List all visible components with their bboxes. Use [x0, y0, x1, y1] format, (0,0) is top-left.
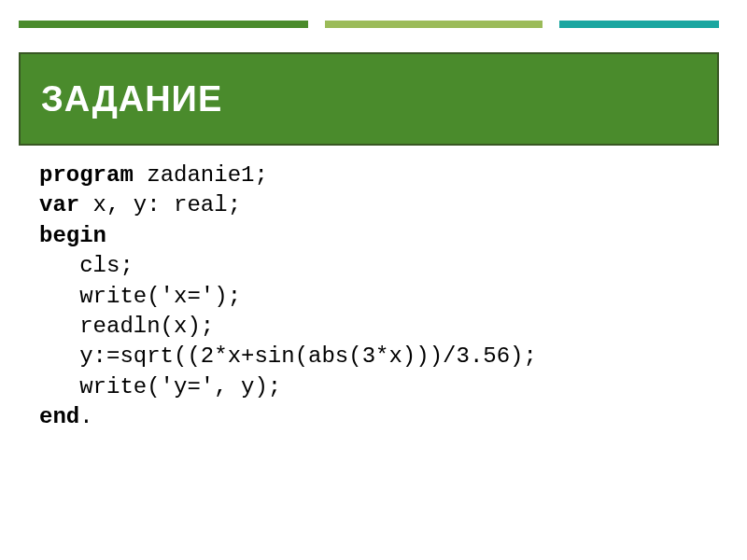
code-line-assign: y:=sqrt((2*x+sin(abs(3*x)))/3.56);: [39, 343, 537, 369]
keyword-end: end: [39, 404, 79, 429]
keyword-begin: begin: [39, 223, 106, 248]
slide-title: ЗАДАНИЕ: [41, 79, 222, 119]
title-bar: ЗАДАНИЕ: [19, 52, 719, 146]
keyword-program: program: [39, 162, 134, 188]
code-line-write-x: write('x=');: [39, 284, 241, 309]
keyword-var: var: [39, 192, 79, 217]
code-block: program zadanie1; var x, y: real; begin …: [39, 161, 710, 433]
program-name: zadanie1;: [134, 162, 268, 188]
end-dot: .: [79, 404, 92, 429]
code-line-cls: cls;: [39, 253, 134, 278]
code-line-readln: readln(x);: [39, 314, 214, 339]
accent-teal: [559, 21, 719, 28]
accent-stripe: [19, 21, 719, 28]
slide: ЗАДАНИЕ program zadanie1; var x, y: real…: [0, 0, 747, 560]
var-declaration: x, y: real;: [79, 192, 241, 217]
accent-dark-green: [19, 21, 308, 28]
accent-light-green: [325, 21, 543, 28]
code-line-write-y: write('y=', y);: [39, 374, 281, 399]
